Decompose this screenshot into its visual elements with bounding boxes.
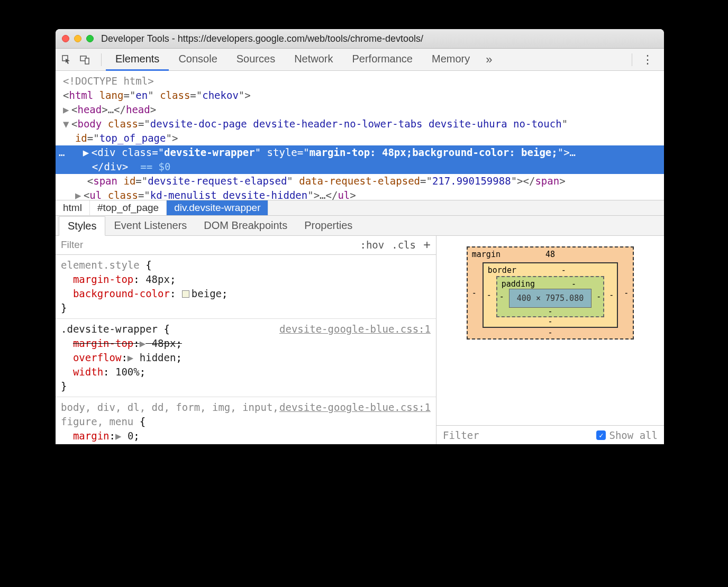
subtab-dom-breakpoints[interactable]: DOM Breakpoints [195, 216, 296, 235]
ul-node[interactable]: ▶<ul class="kd-menulist devsite-hidden">… [63, 188, 664, 200]
computed-filter-input[interactable]: Filter [443, 429, 479, 441]
tab-sources[interactable]: Sources [227, 48, 285, 71]
rule-element-style[interactable]: element.style { margin-top: 48px; backgr… [56, 255, 436, 319]
rule-body-etc[interactable]: devsite-google-blue.css:1 body, div, dl,… [56, 397, 436, 444]
filter-input[interactable]: Filter [61, 239, 83, 251]
source-link[interactable]: devsite-google-blue.css:1 [279, 400, 431, 415]
box-model-border[interactable]: border - - - - padding - - - - 400 × 797… [483, 262, 618, 328]
crumb-html[interactable]: html [56, 200, 90, 215]
cls-button[interactable]: .cls [392, 239, 416, 251]
devtools-window: Developer Tools - https://developers.goo… [56, 29, 664, 444]
body-node[interactable]: ▼<body class="devsite-doc-page devsite-h… [63, 117, 664, 145]
html-node[interactable]: <html lang="en" class="chekov"> [63, 88, 664, 103]
sidebar-tabs: Styles Event Listeners DOM Breakpoints P… [56, 216, 664, 236]
box-model-pane: margin 48 - - - border - - - - padding -… [436, 236, 664, 444]
subtab-event-listeners[interactable]: Event Listeners [105, 216, 195, 235]
style-rules: element.style { margin-top: 48px; backgr… [56, 255, 436, 444]
selected-node[interactable]: … ▶<div class="devsite-wrapper" style="m… [56, 145, 664, 174]
color-swatch-icon[interactable] [182, 290, 189, 298]
minimize-button[interactable] [74, 35, 81, 42]
main-toolbar: Elements Console Sources Network Perform… [56, 49, 664, 71]
window-title: Developer Tools - https://developers.goo… [101, 33, 423, 44]
doctype-node[interactable]: <!DOCTYPE html> [63, 74, 664, 88]
computed-filter-row: Filter ✓ Show all [436, 425, 664, 444]
new-style-rule-button[interactable]: + [423, 237, 431, 252]
styles-pane: Filter :hov .cls + element.style { margi… [56, 236, 436, 444]
subtab-properties[interactable]: Properties [296, 216, 361, 235]
inspect-element-icon[interactable] [61, 54, 72, 66]
more-tabs-button[interactable]: » [479, 53, 498, 67]
close-button[interactable] [62, 35, 69, 42]
panel-tabs: Elements Console Sources Network Perform… [106, 48, 479, 71]
box-model-padding[interactable]: padding - - - - 400 × 7975.080 [496, 276, 604, 317]
settings-menu-icon[interactable]: ⋮ [636, 53, 659, 67]
crumb-selected[interactable]: div.devsite-wrapper [167, 200, 268, 215]
crumb-body[interactable]: #top_of_page [90, 200, 167, 215]
zoom-button[interactable] [86, 35, 94, 42]
show-all-label: Show all [609, 429, 658, 441]
source-link[interactable]: devsite-google-blue.css:1 [279, 322, 431, 336]
tab-console[interactable]: Console [169, 48, 226, 71]
titlebar: Developer Tools - https://developers.goo… [56, 29, 664, 49]
box-model-content[interactable]: 400 × 7975.080 [509, 289, 592, 308]
box-model-margin[interactable]: margin 48 - - - border - - - - padding -… [467, 246, 634, 340]
breadcrumb: html #top_of_page div.devsite-wrapper [56, 200, 664, 216]
dom-tree[interactable]: <!DOCTYPE html> <html lang="en" class="c… [56, 71, 664, 200]
tab-memory[interactable]: Memory [422, 48, 479, 71]
rule-devsite-wrapper[interactable]: devsite-google-blue.css:1 .devsite-wrapp… [56, 319, 436, 397]
span-node[interactable]: <span id="devsite-request-elapsed" data-… [63, 174, 664, 188]
hov-button[interactable]: :hov [360, 239, 384, 251]
show-all-checkbox[interactable]: ✓ [596, 430, 606, 440]
tab-elements[interactable]: Elements [106, 48, 169, 71]
svg-rect-2 [85, 58, 89, 64]
traffic-lights [62, 35, 94, 42]
tab-performance[interactable]: Performance [343, 48, 423, 71]
styles-filter-row: Filter :hov .cls + [56, 236, 436, 255]
head-node[interactable]: ▶<head>…</head> [63, 103, 664, 117]
device-toolbar-icon[interactable] [79, 54, 90, 66]
tab-network[interactable]: Network [285, 48, 342, 71]
subtab-styles[interactable]: Styles [59, 216, 105, 236]
